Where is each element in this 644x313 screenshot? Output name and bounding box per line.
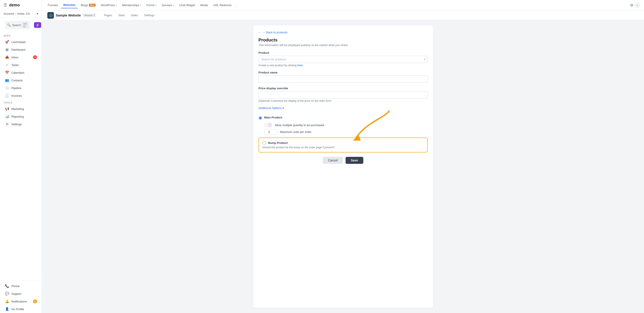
sub-nav-settings[interactable]: Settings xyxy=(142,12,157,18)
content-area: ← ← Back to products Products This infor… xyxy=(42,20,644,313)
bump-product-radio[interactable] xyxy=(262,141,266,145)
allow-multiple-label: Allow multiple quantity to be purchased xyxy=(275,124,324,127)
nav-funnels[interactable]: Funnels xyxy=(46,2,60,8)
gear-icon[interactable]: ⚙ xyxy=(630,3,634,8)
sidebar-item-phone[interactable]: 📞 Phone xyxy=(1,282,40,290)
website-icon: 🌐 xyxy=(47,12,54,19)
apps-section: Apps 🚀 Launchpad ▦ Dashboard 📥 Inbox 1 ✓… xyxy=(0,33,42,100)
nav-surveys[interactable]: Surveys ▾ xyxy=(160,2,176,8)
sidebar-item-pipeline[interactable]: ⬡ Pipeline xyxy=(1,84,40,92)
sidebar-item-settings[interactable]: ⚙ Settings xyxy=(1,120,40,128)
notifications-badge: 9 xyxy=(33,299,37,303)
cancel-button[interactable]: Cancel xyxy=(323,157,343,164)
create-product-link[interactable]: Here. xyxy=(297,64,304,67)
sidebar-item-invoices[interactable]: 🧾 Invoices xyxy=(1,92,40,99)
sidebar-item-label: Pipeline xyxy=(12,86,37,90)
nav-chat-widget[interactable]: Chat Widget xyxy=(177,2,197,8)
nav-blogs[interactable]: Blogs New xyxy=(79,2,98,8)
max-units-input[interactable] xyxy=(264,129,278,135)
sidebar-item-label: Tasks xyxy=(12,63,37,67)
nav-wordpress[interactable]: WordPress ▾ xyxy=(98,2,119,8)
sidebar: ☰ demo Account -- Irvine, CA ▾ 🔍 Search … xyxy=(0,0,42,313)
invoices-icon: 🧾 xyxy=(5,94,9,98)
search-icon: 🔍 xyxy=(7,23,11,27)
price-display-input[interactable] xyxy=(258,91,428,99)
sidebar-item-label: Dashboard xyxy=(12,48,37,51)
sidebar-header: ☰ demo xyxy=(0,0,42,10)
sidebar-item-label: Settings xyxy=(12,123,37,126)
sidebar-item-support[interactable]: 💬 Support xyxy=(1,290,40,297)
sidebar-item-label: Go Profile xyxy=(12,307,37,311)
panel-subtitle: This information will be displayed publi… xyxy=(258,44,428,47)
product-select[interactable]: Search for products xyxy=(258,56,428,63)
launchpad-icon: 🚀 xyxy=(5,40,9,44)
nav-url-redirects[interactable]: URL Redirects xyxy=(211,2,234,8)
sidebar-item-calendars[interactable]: 📅 Calendars xyxy=(1,69,40,76)
nav-forms[interactable]: Forms ▾ xyxy=(144,2,159,8)
bump-product-section: Bump Product Should this product be the … xyxy=(258,138,428,152)
max-units-label: Maximum units per order xyxy=(280,130,312,134)
account-selector[interactable]: Account -- Irvine, CA ▾ xyxy=(0,10,42,17)
sidebar-item-label: Calendars xyxy=(12,71,37,74)
content-panel: ← ← Back to products Products This infor… xyxy=(253,26,433,308)
nav-divider xyxy=(236,3,236,8)
top-nav: Funnels Websites Blogs New WordPress ▾ M… xyxy=(42,0,644,11)
tools-section: Tools 📢 Marketing 📊 Reporting ⚙ Settings xyxy=(0,100,42,128)
sidebar-item-inbox[interactable]: 📥 Inbox 1 xyxy=(1,54,40,61)
nav-media[interactable]: Media xyxy=(198,2,210,8)
nav-memberships[interactable]: Memberships ▾ xyxy=(120,2,143,8)
sidebar-item-label: Phone xyxy=(12,284,37,288)
sidebar-item-label: Launchpad xyxy=(12,40,37,44)
additional-options-toggle[interactable]: Additional Options ▾ xyxy=(258,106,428,110)
back-arrow-icon: ← xyxy=(258,31,262,34)
sidebar-item-label: Support xyxy=(12,292,37,295)
blogs-new-badge: New xyxy=(89,4,96,7)
product-name-label: Product name xyxy=(258,71,428,74)
sidebar-item-dashboard[interactable]: ▦ Dashboard xyxy=(1,46,40,53)
save-button[interactable]: Save xyxy=(346,157,363,164)
hamburger-icon[interactable]: ☰ xyxy=(4,3,7,8)
sidebar-item-reporting[interactable]: 📊 Reporting xyxy=(1,113,40,120)
tools-section-label: Tools xyxy=(0,100,42,105)
main-product-option: Main Product xyxy=(258,114,428,122)
sidebar-item-tasks[interactable]: ✓ Tasks xyxy=(1,61,40,69)
sidebar-item-marketing[interactable]: 📢 Marketing xyxy=(1,105,40,113)
lightning-button[interactable]: ⚡ xyxy=(34,22,41,28)
sub-nav-sales[interactable]: Sales xyxy=(128,12,141,18)
sidebar-item-launchpad[interactable]: 🚀 Launchpad xyxy=(1,38,40,46)
website-version: Version 2 xyxy=(82,13,96,17)
sidebar-item-contacts[interactable]: 👥 Contacts xyxy=(1,77,40,84)
sidebar-item-notifications[interactable]: 🔔 Notifications 9 xyxy=(1,298,40,305)
sub-nav-pages[interactable]: Pages xyxy=(102,12,115,18)
main-product-label: Main Product xyxy=(264,116,282,119)
sub-nav-stats[interactable]: Stats xyxy=(116,12,128,18)
search-kbd: ctrl K xyxy=(22,22,28,28)
dashboard-icon: ▦ xyxy=(5,48,9,52)
create-product-hint: Create a new product by clicking Here. xyxy=(258,64,428,67)
pipeline-icon: ⬡ xyxy=(5,86,9,90)
price-display-group: Price display override (Optional) Custom… xyxy=(258,87,428,102)
sidebar-item-profile[interactable]: 👤 Go Profile xyxy=(1,305,40,313)
search-bar[interactable]: 🔍 Search ctrl K xyxy=(5,21,30,29)
page-title: Products xyxy=(258,38,428,43)
sidebar-item-label: Invoices xyxy=(12,94,37,97)
product-name-group: Product name xyxy=(258,71,428,83)
nav-websites[interactable]: Websites xyxy=(61,2,78,8)
product-field-group: Product Search for products ▾ Create a n… xyxy=(258,51,428,67)
sidebar-item-label: Inbox xyxy=(12,56,31,59)
sidebar-item-label: Contacts xyxy=(12,79,37,82)
account-label: Account -- Irvine, CA xyxy=(4,12,30,15)
price-display-label: Price display override xyxy=(258,87,428,90)
additional-options-chevron-icon: ▾ xyxy=(282,106,284,110)
account-chevron: ▾ xyxy=(37,12,38,15)
allow-multiple-toggle[interactable]: × xyxy=(264,123,272,127)
settings-icon: ⚙ xyxy=(5,122,9,126)
allow-multiple-row: × Allow multiple quantity to be purchase… xyxy=(258,122,428,128)
back-to-products-link[interactable]: ← ← Back to products xyxy=(258,31,428,34)
main-area: Funnels Websites Blogs New WordPress ▾ M… xyxy=(42,0,644,313)
main-product-radio[interactable] xyxy=(258,116,262,120)
nav-circle-button[interactable]: ○ xyxy=(634,2,640,8)
bump-radio-row: Bump Product xyxy=(262,141,424,145)
inbox-badge: 1 xyxy=(33,55,37,59)
product-name-input[interactable] xyxy=(258,76,428,83)
